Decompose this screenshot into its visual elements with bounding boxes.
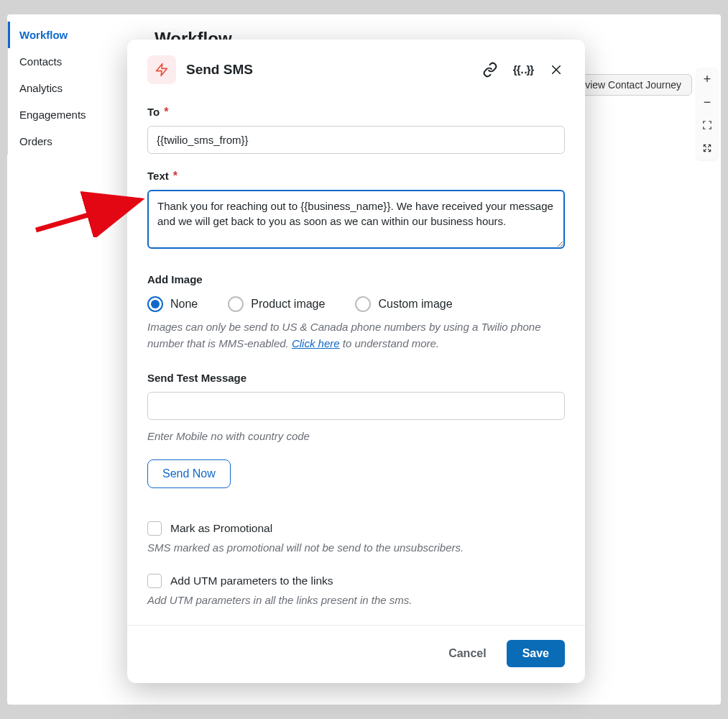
utm-sub: Add UTM parameters in all the links pres… [147, 594, 565, 606]
promotional-label: Mark as Promotional [170, 522, 272, 535]
svg-marker-0 [157, 64, 167, 76]
link-icon[interactable] [482, 61, 499, 78]
modal-header: Send SMS {{‥}} [127, 40, 585, 91]
merge-tags-icon[interactable]: {{‥}} [515, 61, 532, 78]
close-icon[interactable] [548, 61, 565, 78]
radio-image-none[interactable]: None [147, 296, 198, 312]
fullscreen-button[interactable] [696, 137, 718, 160]
zoom-controls: + − [696, 68, 718, 160]
cancel-button[interactable]: Cancel [444, 646, 490, 661]
test-mobile-input[interactable] [147, 392, 565, 420]
sidebar-item-workflow[interactable]: Workflow [8, 22, 129, 48]
send-test-label: Send Test Message [147, 372, 246, 384]
modal-title: Send SMS [186, 62, 482, 78]
image-help-text: Images can only be send to US & Canada p… [147, 319, 565, 352]
radio-label-custom: Custom image [378, 298, 452, 311]
sidebar-item-analytics[interactable]: Analytics [8, 75, 129, 101]
radio-image-product[interactable]: Product image [228, 296, 325, 312]
zoom-in-button[interactable]: + [696, 68, 718, 91]
radio-image-custom[interactable]: Custom image [355, 296, 452, 312]
send-sms-modal: Send SMS {{‥}} To* Text* Add Image [127, 40, 585, 683]
checkbox-utm[interactable] [147, 574, 162, 588]
fit-view-button[interactable] [696, 114, 718, 137]
to-label: To [147, 106, 160, 118]
checkbox-promotional[interactable] [147, 521, 162, 536]
required-indicator: * [164, 106, 168, 118]
radio-label-product: Product image [251, 298, 325, 311]
zoom-out-button[interactable]: − [696, 91, 718, 114]
lightning-icon [147, 55, 176, 84]
sidebar-item-orders[interactable]: Orders [8, 128, 129, 155]
to-input[interactable] [147, 126, 565, 154]
radio-label-none: None [170, 298, 198, 311]
test-hint: Enter Mobile no with country code [147, 430, 565, 442]
save-button[interactable]: Save [507, 640, 565, 667]
click-here-link[interactable]: Click here [292, 337, 340, 349]
sidebar-item-contacts[interactable]: Contacts [8, 48, 129, 75]
utm-label: Add UTM parameters to the links [170, 574, 333, 587]
sidebar-item-engagements[interactable]: Engagements [8, 101, 129, 128]
promotional-sub: SMS marked as promotional will not be se… [147, 541, 565, 554]
add-image-label: Add Image [147, 273, 203, 285]
sidebar: Workflow Contacts Analytics Engagements … [7, 22, 129, 155]
text-textarea[interactable] [147, 190, 565, 249]
required-indicator: * [173, 170, 178, 182]
send-now-button[interactable]: Send Now [147, 459, 231, 488]
text-label: Text [147, 170, 169, 182]
